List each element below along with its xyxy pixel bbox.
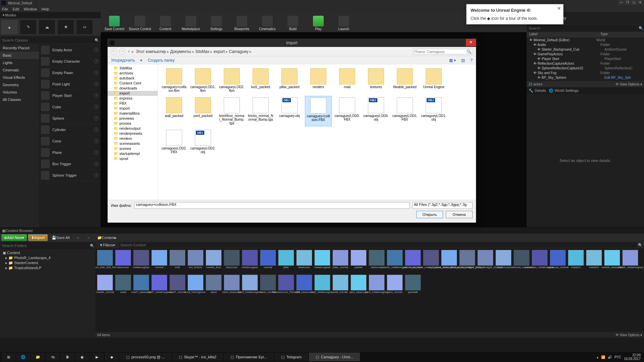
outliner-col-type[interactable]: Type [600,32,644,38]
asset-item[interactable]: roadT_normal [169,275,186,298]
asset-item[interactable]: roof_herringbone [187,275,204,298]
toolbar-play-button[interactable]: Play [306,13,331,32]
mode-item[interactable]: Plane? [39,147,101,158]
mode-category[interactable]: Recently Placed [0,44,39,52]
outliner-row[interactable]: 👁 BP_Sky_SphereEdit BP_Sky_Sph [527,75,644,80]
import-tree-item[interactable]: 📁 sceneassets [108,141,158,146]
file-item[interactable]: lod1_packed [247,67,274,94]
asset-item[interactable]: yardwall [405,275,421,298]
info-icon[interactable]: ? [94,105,99,109]
mode-item[interactable]: Cube? [39,101,101,113]
mode-category[interactable]: All Classes [0,96,39,103]
mode-item[interactable]: Empty Character? [39,56,101,67]
outliner-search[interactable]: 🔍 [527,25,643,32]
toolbar-save-current-button[interactable]: Save Current [102,13,127,32]
folder-tree-item[interactable]: ▸ 📁 TropicalIslandLP [2,265,93,270]
toolbar-settings-button[interactable]: Settings [204,13,229,32]
outliner-row[interactable]: 👁 AudioFolder [527,42,644,47]
classes-search-input[interactable] [1,38,94,43]
asset-item[interactable]: wall_metalroughac [314,275,331,298]
mode-category[interactable]: Lights [0,59,39,66]
asset-item[interactable]: yard_normal [386,275,403,298]
import-tree-item[interactable]: 📁 FBX [108,101,158,106]
asset-item[interactable]: lod_texture [187,250,204,273]
import-tree-item[interactable]: 📁 downloads [108,86,158,91]
asset-item[interactable]: corn_tree_003_Ref [97,250,113,273]
file-item[interactable]: camaguey+collision.FBX [305,96,332,126]
mode-item[interactable]: Point Light? [39,78,101,90]
toolbar-cinematics-button[interactable]: Cinematics [255,13,280,32]
task-app2-icon[interactable]: ◆ [105,353,119,361]
import-tree-item[interactable]: 📁 export [108,91,158,96]
folder-search-input[interactable] [1,243,90,248]
asset-item[interactable]: basecolor [296,250,313,273]
filename-input[interactable]: camaguey+collision.FBX [134,202,410,209]
menu-file[interactable]: File [2,7,8,11]
asset-item[interactable]: wall_normal [332,275,349,298]
file-item[interactable]: pillar_packed [276,67,303,94]
mode-category[interactable]: Geometry [0,81,39,88]
tab-details[interactable]: 🔧 Details [529,88,546,93]
info-icon[interactable]: ? [94,48,99,52]
import-titlebar[interactable]: Import ✕ [108,39,476,47]
paint-mode-icon[interactable]: ✎ [20,20,37,35]
task-explorer-icon[interactable]: 📁 [31,353,45,361]
file-item[interactable]: camagueyLOD1.FBX [391,96,418,126]
system-tray[interactable]: ▴ 📶 🔊 РУС 22:09 18.09.2017 [597,353,643,361]
content-browser-tab[interactable]: ▦ Content Browser [0,228,644,234]
asset-item[interactable]: roadstr2 [586,250,602,273]
asset-item[interactable]: metalroughac [314,250,331,273]
import-tree-item[interactable]: 📁 renderoutput [108,126,158,131]
mode-category[interactable]: Cinematic [0,66,39,74]
file-item[interactable]: brickfloor_normal_Normal_Bump.tga [218,96,245,126]
outliner-row[interactable]: 👁 SphereReflectionCapture10SphereReflect… [527,66,644,70]
cancel-button[interactable]: Отмена [446,211,473,218]
asset-item[interactable]: roadstr1 [568,250,584,273]
folder-search[interactable]: 🔍 [1,242,95,249]
mode-item[interactable]: Cylinder? [39,124,101,135]
outliner-row[interactable]: 👁 Starter_Background_CueAmbientSound [527,47,644,52]
welcome-close-button[interactable]: ✕ [557,6,561,11]
outliner-row[interactable]: 👁 Player StartPlayerStart [527,56,644,61]
file-item[interactable]: road [334,67,361,94]
file-item[interactable]: tileable_packed [391,67,418,94]
mode-category[interactable]: Visual Effects [0,74,39,81]
breadcrumb-item[interactable]: Документы [170,49,191,54]
asset-item[interactable]: sand_metalroughac [241,275,258,298]
window-maximize-button[interactable]: ▢ [631,0,637,5]
asset-item[interactable]: metalroughac [241,250,258,273]
info-icon[interactable]: ? [94,116,99,121]
asset-item[interactable]: basecolor [115,250,131,273]
toolbar-source-control-button[interactable]: Source Control [127,13,152,32]
geometry-mode-icon[interactable]: ▭ [76,20,93,35]
filters-button[interactable]: ▼ Filters ▾ [97,242,118,248]
file-item[interactable]: yard_packed [190,96,216,126]
import-tree-item[interactable]: 📁 autoback [108,76,158,81]
taskbar-item[interactable]: ▢process50.png @ ... [119,353,171,361]
add-new-button[interactable]: ⊕ Add New ▾ [1,234,27,241]
asset-item[interactable]: normal [260,250,276,273]
nav-fwd-button[interactable]: → [84,234,93,241]
asset-item[interactable]: basecolor [223,250,240,273]
nav-up-button[interactable]: ↑ [128,49,130,54]
nav-back-button[interactable]: ← [74,234,83,241]
folder-tree-item[interactable]: ▸ 📁 StarterContent [2,260,93,265]
task-store-icon[interactable]: 🛍 [46,353,60,361]
asset-item[interactable]: plaster_metalroughac [386,250,403,273]
outliner-row[interactable]: 👁 Minimal_Default (Editor)World [527,38,644,42]
outliner-row[interactable]: 👁 GamePlayActorsFolder [527,52,644,56]
import-tree-item[interactable]: 📁 Content Cent [108,81,158,86]
info-icon[interactable]: ? [94,82,99,86]
asset-item[interactable]: plaster [350,250,367,273]
modes-tab[interactable]: ✦ Modes [0,12,101,18]
info-icon[interactable]: ? [94,70,99,75]
asset-item[interactable]: roadcross_normal [549,250,566,273]
outliner-col-label[interactable]: Label [527,32,600,38]
file-item[interactable]: camaguey.obj [276,96,303,126]
info-icon[interactable]: ? [94,127,99,132]
menu-window[interactable]: Window [24,7,37,11]
import-tree-item[interactable]: 📁 import [108,106,158,111]
landscape-mode-icon[interactable]: ⛰ [39,20,55,35]
asset-item[interactable]: roadstr_normal [97,275,113,298]
import-search-input[interactable] [415,50,467,54]
